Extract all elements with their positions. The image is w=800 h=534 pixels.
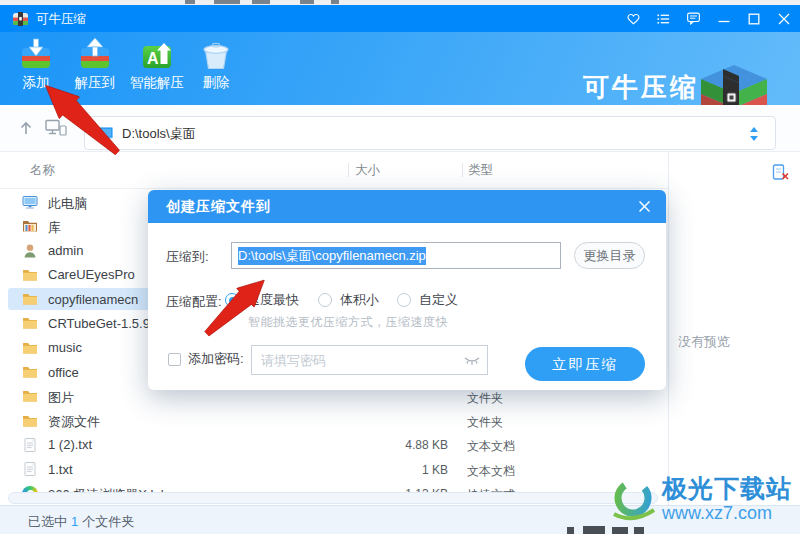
dialog-title: 创建压缩文件到	[166, 198, 271, 216]
archive-path-selected-text: D:\tools\桌面\copyfilenamecn.zip	[238, 247, 426, 265]
user-folder-icon	[22, 243, 38, 259]
radio-checked-icon	[225, 293, 239, 307]
background-fragment	[185, 0, 195, 4]
password-checkbox[interactable]	[168, 353, 181, 366]
horizontal-scrollbar[interactable]	[8, 492, 658, 504]
radio-option-label: 体积小	[340, 291, 379, 309]
close-button[interactable]	[777, 12, 790, 25]
change-directory-button[interactable]: 更换目录	[574, 242, 645, 269]
background-cutoff-text	[583, 526, 605, 534]
radio-option-label: 自定义	[419, 291, 458, 309]
column-header-name[interactable]: 名称	[30, 162, 55, 179]
folder-icon	[22, 291, 38, 307]
radio-option-small-size[interactable]: 体积小	[318, 291, 379, 309]
preview-pane: 没有预览	[668, 152, 800, 505]
list-item-text-file[interactable]: 1.txt 1 KB 文本文档	[0, 457, 668, 481]
svg-text:A: A	[147, 50, 159, 67]
dialog-close-icon[interactable]	[638, 200, 651, 213]
computer-icon	[22, 194, 38, 210]
favorite-heart-icon[interactable]	[627, 12, 640, 25]
config-label: 压缩配置:	[166, 293, 222, 311]
create-archive-dialog: 创建压缩文件到 压缩到: D:\tools\桌面\copyfilenamecn.…	[148, 190, 666, 390]
smart-extract-button-label: 智能解压	[124, 74, 190, 92]
column-header-type[interactable]: 类型	[468, 162, 493, 179]
address-input[interactable]: D:\tools\桌面	[84, 116, 776, 150]
no-preview-text: 没有预览	[678, 333, 730, 351]
extract-button-label: 解压到	[66, 74, 124, 92]
background-fragment	[300, 0, 314, 4]
address-bar: D:\tools\桌面	[0, 105, 800, 152]
background-fragment	[214, 0, 240, 4]
password-field-wrapper	[251, 345, 488, 375]
radio-option-fastest[interactable]: 速度最快	[225, 291, 299, 309]
list-header: 名称 大小 类型	[0, 152, 668, 189]
toolbar: 添加 解压到 A 智能解压 删除	[0, 32, 800, 105]
text-file-icon	[22, 437, 38, 453]
desktop-folder-icon	[96, 127, 113, 141]
folder-icon	[22, 267, 38, 283]
folder-icon	[22, 364, 38, 380]
compress-to-label: 压缩到:	[166, 248, 209, 266]
column-separator	[462, 163, 463, 177]
folder-icon	[22, 413, 38, 429]
titlebar: 可牛压缩	[0, 5, 800, 32]
app-logo-icon	[12, 10, 29, 27]
library-icon	[22, 218, 38, 234]
archive-path-field[interactable]: D:\tools\桌面\copyfilenamecn.zip	[231, 242, 561, 269]
extract-archive-icon	[78, 37, 112, 71]
column-header-size[interactable]: 大小	[355, 162, 380, 179]
folder-icon	[22, 388, 38, 404]
status-count: 1	[71, 514, 78, 529]
watermark-site-name: 极光下载站	[662, 472, 792, 505]
window-title: 可牛压缩	[36, 11, 86, 28]
watermark-logo-icon	[606, 472, 660, 526]
eye-closed-icon[interactable]	[463, 354, 481, 366]
this-pc-icon[interactable]	[45, 119, 67, 137]
background-cutoff-text	[634, 527, 644, 534]
app-window: 可牛压缩	[0, 0, 800, 534]
column-separator	[348, 163, 349, 177]
extract-to-button[interactable]: 解压到	[66, 37, 124, 92]
delete-button-label: 删除	[192, 74, 240, 92]
list-item-folder[interactable]: 资源文件 文件夹	[0, 409, 668, 433]
delete-button[interactable]: 删除	[192, 37, 240, 92]
password-input[interactable]	[251, 345, 488, 375]
add-button-label: 添加	[10, 74, 62, 92]
feedback-comment-icon[interactable]	[687, 12, 700, 25]
background-fragment	[252, 0, 270, 4]
compress-now-button[interactable]: 立即压缩	[525, 347, 645, 381]
radio-unchecked-icon	[397, 293, 411, 307]
radio-option-label: 速度最快	[247, 291, 299, 309]
add-button[interactable]: 添加	[10, 37, 62, 92]
brand-title: 可牛压缩	[583, 70, 699, 105]
radio-unchecked-icon	[318, 293, 332, 307]
smart-extract-ai-icon: A	[140, 37, 174, 71]
text-file-icon	[22, 461, 38, 477]
folder-icon	[22, 340, 38, 356]
watermark-url: www.xz7.com	[662, 503, 792, 524]
minimize-button[interactable]	[717, 12, 730, 25]
selection-status: 已选中1个文件夹	[28, 513, 134, 531]
status-prefix: 已选中	[28, 514, 67, 529]
background-fragment	[331, 0, 339, 4]
background-cutoff-text	[567, 527, 574, 534]
config-hint-text: 智能挑选更优压缩方式，压缩速度快	[248, 314, 448, 331]
navigate-up-icon[interactable]	[17, 119, 35, 137]
maximize-button[interactable]	[747, 12, 760, 25]
path-dropdown-spinner-icon[interactable]	[749, 126, 759, 142]
site-watermark: 极光下载站 www.xz7.com	[606, 472, 792, 526]
radio-option-custom[interactable]: 自定义	[397, 291, 458, 309]
password-label: 添加密码:	[188, 350, 244, 368]
current-path: D:\tools\桌面	[122, 125, 196, 143]
status-suffix: 个文件夹	[82, 514, 134, 529]
task-list-icon[interactable]	[657, 12, 670, 25]
dialog-header[interactable]: 创建压缩文件到	[148, 190, 666, 223]
folder-icon	[22, 315, 38, 331]
trash-icon	[199, 37, 233, 71]
background-cutoff-text	[612, 527, 628, 534]
smart-extract-button[interactable]: A 智能解压	[124, 37, 190, 92]
list-item-text-file[interactable]: 1 (2).txt 4.88 KB 文本文档	[0, 433, 668, 457]
add-password-option: 添加密码:	[168, 350, 244, 368]
window-controls	[627, 5, 790, 32]
close-preview-icon[interactable]	[772, 164, 790, 182]
